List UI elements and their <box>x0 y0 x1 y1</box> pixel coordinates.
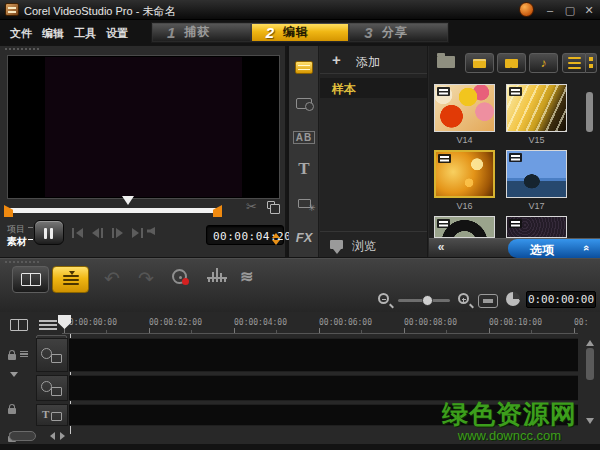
minimize-button[interactable]: – <box>542 3 558 17</box>
browse-label: 浏览 <box>352 238 376 255</box>
thumbnail-v17[interactable] <box>506 150 567 198</box>
folder-item-label: 样本 <box>332 81 356 98</box>
title-track-header[interactable]: T <box>36 404 68 426</box>
thumbnail-v14[interactable] <box>434 84 495 132</box>
close-button[interactable]: ✕ <box>581 3 597 17</box>
thumbnail-partial[interactable] <box>434 216 495 238</box>
previous-frame-button[interactable] <box>90 226 107 240</box>
volume-icon[interactable] <box>147 227 155 235</box>
chevron-down-icon[interactable] <box>10 372 18 381</box>
scroll-down-icon[interactable] <box>586 418 594 428</box>
split-clip-icon[interactable]: ✂ <box>246 199 257 214</box>
lock-icon[interactable] <box>8 408 16 414</box>
category-graphic[interactable] <box>289 190 319 216</box>
menu-tools[interactable]: 工具 <box>74 26 96 41</box>
lock-icon[interactable] <box>8 354 16 360</box>
thumbnail-v16-selected[interactable] <box>434 150 495 198</box>
menu-settings[interactable]: 设置 <box>106 26 128 41</box>
timeline-timecode[interactable]: 0:00:00:00 <box>526 291 596 308</box>
track-film-button[interactable] <box>5 316 32 333</box>
browse-row[interactable]: 浏览 <box>320 231 427 257</box>
video-filter-icon <box>473 59 486 68</box>
ruler-label: 00:00:04:00 <box>234 318 287 327</box>
storyboard-view-button[interactable] <box>12 266 49 293</box>
trim-start-handle[interactable] <box>4 205 13 217</box>
overlay-track-header[interactable] <box>36 375 68 401</box>
thumbnail-label: V16 <box>434 201 495 211</box>
track-list-button[interactable] <box>34 316 61 333</box>
zoom-out-icon[interactable] <box>378 293 389 304</box>
category-title[interactable]: T <box>289 156 319 182</box>
video-track-lane[interactable] <box>69 338 578 372</box>
corel-badge-icon <box>519 2 534 17</box>
track-list-icon <box>20 351 28 358</box>
scroll-right-icon[interactable] <box>60 432 69 440</box>
collapse-panel-button[interactable]: « <box>432 240 450 256</box>
scroll-left-icon[interactable] <box>46 432 55 440</box>
gallery-scrollbar[interactable] <box>586 92 593 132</box>
timecode-spinner[interactable] <box>272 229 280 249</box>
end-button[interactable] <box>130 226 147 240</box>
timeline-hscroll-handle[interactable] <box>9 431 36 441</box>
ruler-label: 00:00:08:00 <box>404 318 457 327</box>
next-frame-button[interactable] <box>110 226 127 240</box>
thumbnail-partial[interactable] <box>506 216 567 238</box>
list-view-button[interactable] <box>562 53 586 73</box>
sort-view-button[interactable] <box>586 53 597 73</box>
category-transition[interactable]: AB <box>289 124 319 150</box>
timeline-vscrollbar[interactable] <box>584 336 597 428</box>
fit-timeline-icon[interactable] <box>478 294 498 308</box>
record-capture-icon[interactable] <box>172 269 187 284</box>
options-button[interactable]: 选项 « <box>508 239 600 258</box>
folder-icon[interactable] <box>437 56 455 68</box>
tab-edit-label: 编辑 <box>283 24 309 41</box>
browse-icon <box>330 240 343 249</box>
tab-edit[interactable]: 2 编辑 <box>252 24 349 41</box>
panel-grip <box>5 48 39 50</box>
scroll-up-icon[interactable] <box>586 336 594 346</box>
thumbnail-v15[interactable] <box>506 84 567 132</box>
play-pause-button[interactable] <box>34 220 64 245</box>
preview-playhead[interactable] <box>122 196 134 211</box>
timeline-zoom-slider[interactable] <box>398 299 450 302</box>
media-icon <box>295 61 313 74</box>
menu-edit[interactable]: 编辑 <box>42 26 64 41</box>
tab-capture[interactable]: 1 捕获 <box>153 24 250 41</box>
list-icon <box>39 319 57 331</box>
menu-file[interactable]: 文件 <box>10 26 32 41</box>
video-track-header[interactable] <box>36 338 68 372</box>
sound-mixer-icon[interactable] <box>207 270 227 284</box>
timeline-ruler[interactable]: 00:00:00:00 00:00:02:00 00:00:04:00 00:0… <box>62 315 578 334</box>
maximize-button[interactable]: ▢ <box>562 3 578 17</box>
filter-photo-button[interactable] <box>497 53 526 73</box>
home-button[interactable] <box>70 226 87 240</box>
mode-dash <box>28 227 33 228</box>
category-instant-project[interactable] <box>289 90 319 116</box>
vscroll-thumb[interactable] <box>586 348 594 380</box>
overlay-track-lane[interactable] <box>69 375 578 401</box>
preview-timecode-box[interactable]: 00:00:04:20 <box>206 225 284 245</box>
ruler-label: 00:00:00:00 <box>64 318 117 327</box>
clip-mode-label[interactable]: 素材 <box>7 235 27 249</box>
trim-end-handle[interactable] <box>213 205 222 217</box>
category-media[interactable] <box>289 54 319 80</box>
scrub-bar[interactable] <box>9 208 217 213</box>
add-folder-row[interactable]: + 添加 <box>320 46 427 74</box>
redo-button[interactable]: ↷ <box>138 267 154 290</box>
watermark: 绿色资源网 www.downcc.com <box>442 401 577 443</box>
auto-music-icon[interactable]: ≋ <box>240 267 253 286</box>
enlarge-preview-icon[interactable] <box>267 201 275 209</box>
duration-clock-icon[interactable] <box>506 292 520 306</box>
window-title: Corel VideoStudio Pro - 未命名 <box>24 4 175 19</box>
filter-video-button[interactable] <box>465 53 494 73</box>
tab-share[interactable]: 3 分享 <box>350 24 447 41</box>
undo-button[interactable]: ↶ <box>104 267 120 290</box>
zoom-slider-knob[interactable] <box>422 295 433 306</box>
zoom-in-icon[interactable] <box>458 293 469 304</box>
timeline-icon <box>62 273 80 286</box>
filter-audio-button[interactable]: ♪ <box>529 53 558 73</box>
track-lock-column <box>0 334 35 444</box>
category-filter[interactable]: FX <box>289 224 319 250</box>
timeline-view-button[interactable] <box>52 266 89 293</box>
folder-item-sample[interactable]: 样本 <box>320 78 427 98</box>
